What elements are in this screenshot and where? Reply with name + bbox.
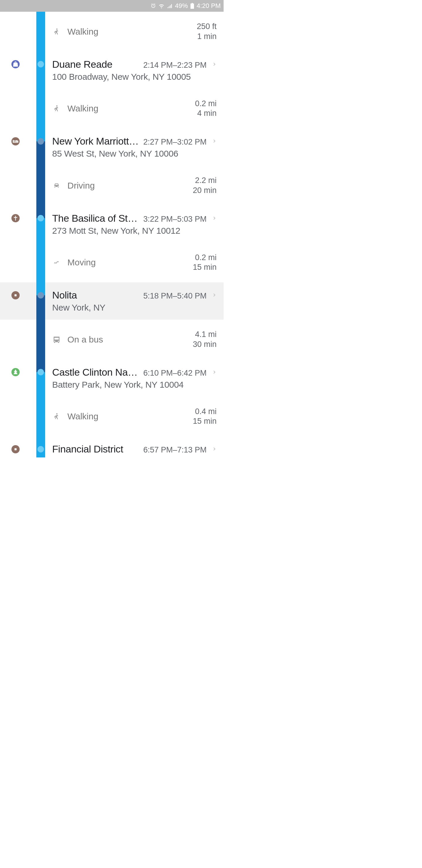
- timeline-dot: [37, 446, 44, 453]
- battery-icon: [190, 3, 194, 9]
- move-duration: 15 min: [193, 416, 217, 426]
- svg-rect-7: [18, 141, 18, 142]
- walking-icon: [52, 412, 61, 421]
- place-name: New York Marriott Do…: [52, 135, 140, 147]
- park-icon: [8, 365, 23, 380]
- place-address: 85 West St, New York, NY 10006: [52, 149, 217, 159]
- svg-rect-5: [13, 142, 19, 143]
- svg-point-3: [56, 105, 58, 106]
- status-bar: 49% 4:20 PM: [0, 0, 224, 12]
- timeline-move[interactable]: Moving0.2 mi15 min: [0, 243, 224, 283]
- place-timerange: 3:22 PM–5:03 PM: [143, 215, 206, 224]
- wifi-icon: [159, 3, 164, 9]
- walking-icon: [52, 27, 61, 36]
- chevron-right-icon: [212, 444, 217, 455]
- timeline-list: Walking250 ft1 minDuane Reade2:14 PM–2:2…: [0, 12, 224, 458]
- timeline-move[interactable]: On a bus4.1 mi30 min: [0, 320, 224, 360]
- place-name: Castle Clinton National…: [52, 367, 140, 378]
- driving-icon: [52, 182, 61, 189]
- move-duration: 4 min: [195, 108, 217, 119]
- timeline-line-dark: [36, 141, 45, 218]
- timeline-move[interactable]: Driving2.2 mi20 min: [0, 166, 224, 206]
- timeline-place[interactable]: Duane Reade2:14 PM–2:23 PM100 Broadway, …: [0, 52, 224, 89]
- chevron-right-icon: [212, 137, 217, 147]
- move-mode-label: Driving: [67, 181, 95, 191]
- place-address: 273 Mott St, New York, NY 10012: [52, 226, 217, 236]
- move-duration: 30 min: [193, 340, 217, 349]
- move-distance: 0.2 mi: [193, 253, 217, 263]
- bus-icon: [52, 335, 61, 344]
- timeline-place[interactable]: Nolita5:18 PM–5:40 PMNew York, NY: [0, 282, 224, 320]
- timeline-line-dark: [36, 295, 45, 372]
- shopping-icon: [8, 57, 23, 72]
- move-mode-label: Walking: [67, 27, 98, 37]
- place-address: New York, NY: [52, 457, 217, 458]
- place-address: New York, NY: [52, 303, 217, 313]
- timeline-place[interactable]: Financial District6:57 PM–7:13 PMNew Yor…: [0, 436, 224, 458]
- place-name: Financial District: [52, 443, 140, 455]
- timeline-scroll[interactable]: Walking250 ft1 minDuane Reade2:14 PM–2:2…: [0, 12, 224, 458]
- move-distance: 4.1 mi: [193, 330, 217, 340]
- svg-rect-17: [15, 448, 17, 450]
- battery-percent: 49%: [175, 2, 188, 10]
- move-mode-label: Walking: [67, 411, 98, 422]
- timeline-dot: [37, 215, 44, 221]
- alarm-icon: [150, 3, 156, 9]
- svg-rect-6: [13, 140, 13, 142]
- move-distance: 250 ft: [197, 22, 217, 32]
- walking-icon: [52, 104, 61, 113]
- timeline-dot: [37, 292, 44, 299]
- place-timerange: 2:14 PM–2:23 PM: [143, 61, 206, 70]
- svg-point-1: [56, 28, 58, 30]
- place-name: Duane Reade: [52, 59, 140, 70]
- svg-point-8: [13, 140, 15, 142]
- timeline-place[interactable]: New York Marriott Do…2:27 PM–3:02 PM85 W…: [0, 128, 224, 166]
- svg-rect-0: [191, 6, 193, 8]
- chevron-right-icon: [212, 290, 217, 301]
- move-duration: 1 min: [197, 32, 217, 42]
- status-clock: 4:20 PM: [197, 2, 221, 10]
- chevron-right-icon: [212, 60, 217, 70]
- svg-point-15: [56, 413, 58, 414]
- move-distance: 0.2 mi: [195, 99, 217, 109]
- moving-icon: [52, 259, 61, 266]
- chevron-right-icon: [212, 214, 217, 224]
- place-address: 100 Broadway, New York, NY 10005: [52, 72, 217, 82]
- move-duration: 15 min: [193, 262, 217, 272]
- timeline-place[interactable]: The Basilica of St. Patr…3:22 PM–5:03 PM…: [0, 206, 224, 243]
- signal-icon: [167, 3, 173, 9]
- move-duration: 20 min: [193, 186, 217, 195]
- place-timerange: 5:18 PM–5:40 PM: [143, 291, 206, 301]
- timeline-place[interactable]: Castle Clinton National…6:10 PM–6:42 PMB…: [0, 360, 224, 397]
- timeline-dot: [37, 138, 44, 145]
- place-name: Nolita: [52, 289, 140, 301]
- chevron-right-icon: [212, 368, 217, 378]
- svg-rect-13: [15, 294, 17, 296]
- move-distance: 0.4 mi: [193, 407, 217, 417]
- svg-rect-10: [15, 216, 16, 220]
- place-name: The Basilica of St. Patr…: [52, 213, 140, 224]
- place-timerange: 6:10 PM–6:42 PM: [143, 369, 206, 378]
- timeline-move[interactable]: Walking250 ft1 min: [0, 12, 224, 52]
- move-mode-label: Moving: [67, 257, 96, 268]
- timeline-move[interactable]: Walking0.4 mi15 min: [0, 397, 224, 437]
- timeline-dot: [37, 369, 44, 375]
- timeline-line: [36, 12, 45, 458]
- generic-icon: [8, 442, 23, 457]
- timeline-move[interactable]: Walking0.2 mi4 min: [0, 89, 224, 129]
- hotel-icon: [8, 134, 23, 149]
- place-address: Battery Park, New York, NY 10004: [52, 380, 217, 390]
- timeline-dot: [37, 61, 44, 67]
- move-mode-label: Walking: [67, 103, 98, 114]
- generic-icon: [8, 288, 23, 303]
- worship-icon: [8, 211, 23, 226]
- svg-rect-11: [14, 217, 17, 218]
- place-timerange: 6:57 PM–7:13 PM: [143, 445, 206, 455]
- move-mode-label: On a bus: [67, 335, 103, 345]
- place-timerange: 2:27 PM–3:02 PM: [143, 137, 206, 147]
- move-distance: 2.2 mi: [193, 176, 217, 186]
